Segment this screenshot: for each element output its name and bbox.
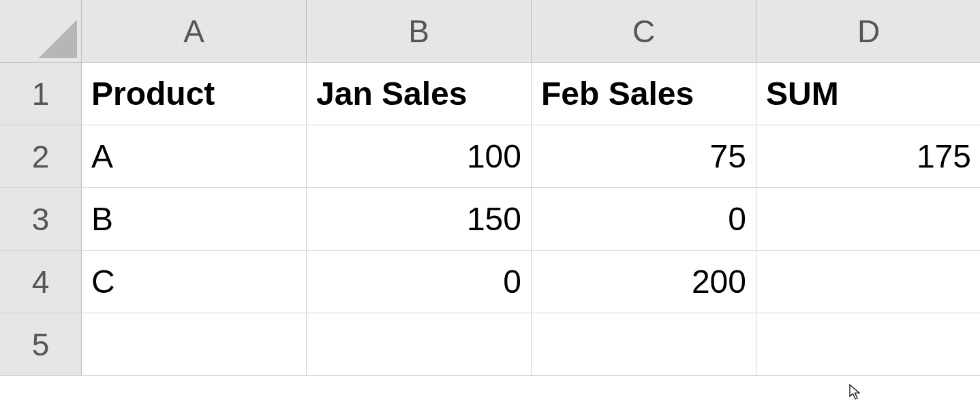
column-header-B[interactable]: B [307, 0, 532, 63]
cell-C5[interactable] [532, 313, 756, 376]
spreadsheet-grid: A B C D 1 Product Jan Sales Feb Sales SU… [0, 0, 980, 376]
row-header-2[interactable]: 2 [0, 125, 82, 188]
row-header-4[interactable]: 4 [0, 251, 82, 313]
cell-A4[interactable]: C [82, 251, 307, 313]
column-header-D[interactable]: D [756, 0, 980, 63]
cell-D4[interactable] [756, 251, 980, 313]
cell-A1[interactable]: Product [82, 63, 307, 125]
column-header-C[interactable]: C [532, 0, 756, 63]
column-header-A[interactable]: A [82, 0, 307, 63]
cell-B3[interactable]: 150 [307, 188, 532, 251]
row-header-3[interactable]: 3 [0, 188, 82, 251]
cell-B4[interactable]: 0 [307, 251, 532, 313]
cell-B1[interactable]: Jan Sales [307, 63, 532, 125]
cell-C3[interactable]: 0 [532, 188, 756, 251]
cell-A5[interactable] [82, 313, 307, 376]
cell-D5[interactable] [756, 313, 980, 376]
row-header-1[interactable]: 1 [0, 63, 82, 125]
cell-B2[interactable]: 100 [307, 125, 532, 188]
cell-C4[interactable]: 200 [532, 251, 756, 313]
row-header-5[interactable]: 5 [0, 313, 82, 376]
mouse-cursor-icon [849, 384, 861, 400]
cell-D3[interactable] [756, 188, 980, 251]
cell-A3[interactable]: B [82, 188, 307, 251]
cell-D1[interactable]: SUM [756, 63, 980, 125]
cell-C1[interactable]: Feb Sales [532, 63, 756, 125]
cell-D2[interactable]: 175 [756, 125, 980, 188]
cell-C2[interactable]: 75 [532, 125, 756, 188]
select-all-corner[interactable] [0, 0, 82, 63]
cell-A2[interactable]: A [82, 125, 307, 188]
cell-B5[interactable] [307, 313, 532, 376]
